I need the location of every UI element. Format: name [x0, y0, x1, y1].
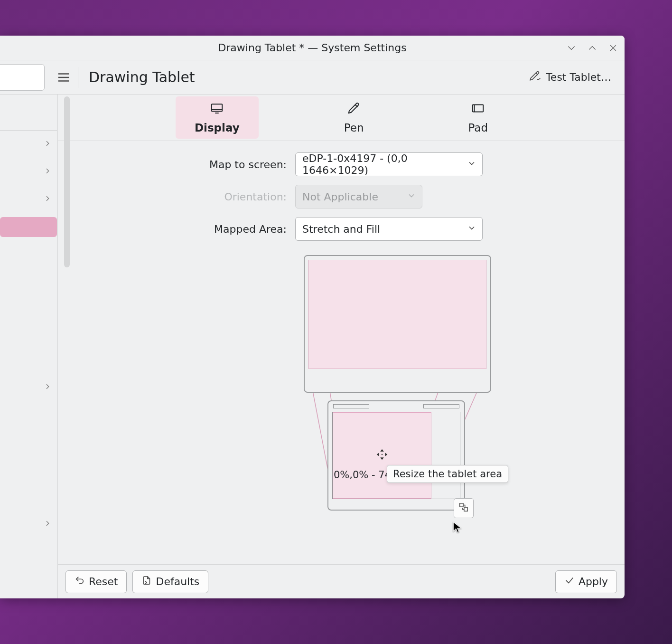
orientation-combo: Not Applicable [295, 185, 422, 208]
mapped-area-label: Mapped Area: [77, 223, 295, 235]
mapping-preview: 0%,0% - 74%×100% Resize the tablet area [304, 255, 494, 511]
orientation-value: Not Applicable [302, 191, 378, 203]
reset-label: Reset [89, 576, 118, 587]
sidebar-item[interactable] [0, 158, 57, 186]
window-title: Drawing Tablet * — System Settings [218, 42, 406, 54]
sidebar-item[interactable] [0, 131, 57, 158]
sidebar-item-active[interactable] [0, 217, 57, 237]
mapped-area-combo[interactable]: Stretch and Fill [295, 217, 483, 241]
map-to-screen-value: eDP-1-0x4197 - (0,0 1646×1029) [302, 152, 476, 176]
settings-window: Drawing Tablet * — System Settings Drawi… [0, 36, 625, 598]
map-to-screen-label: Map to screen: [77, 159, 295, 170]
header-toolbar: Drawing Tablet Test Tablet… [0, 60, 625, 95]
tab-pen[interactable]: Pen [325, 96, 383, 139]
tablet-buttons-decor [333, 404, 459, 410]
sidebar-item[interactable] [0, 374, 57, 401]
display-icon [210, 101, 224, 118]
content: Display Pen Pad Map to [58, 95, 625, 598]
pen-icon [347, 101, 361, 118]
tablet-preview: 0%,0% - 74%×100% [327, 400, 465, 511]
svg-marker-15 [380, 457, 384, 460]
tab-display[interactable]: Display [176, 96, 259, 139]
svg-marker-16 [377, 453, 379, 456]
move-icon [375, 447, 389, 464]
svg-marker-17 [385, 453, 387, 456]
row-mapped-area: Mapped Area: Stretch and Fill [77, 217, 606, 241]
svg-marker-14 [380, 449, 384, 452]
page-title: Drawing Tablet [89, 69, 195, 85]
pen-edit-icon [529, 70, 541, 85]
chevron-right-icon [44, 140, 51, 149]
resize-handle[interactable] [454, 498, 474, 518]
svg-rect-20 [464, 508, 467, 511]
svg-rect-19 [460, 503, 463, 507]
row-map-to-screen: Map to screen: eDP-1-0x4197 - (0,0 1646×… [77, 152, 606, 176]
defaults-icon [141, 575, 152, 588]
resize-icon [458, 502, 469, 514]
sidebar [0, 95, 58, 598]
titlebar: Drawing Tablet * — System Settings [0, 36, 625, 60]
form-area: Map to screen: eDP-1-0x4197 - (0,0 1646×… [58, 141, 625, 564]
apply-label: Apply [579, 576, 608, 587]
minimize-button[interactable] [565, 41, 578, 55]
pad-icon [471, 101, 485, 118]
sidebar-item[interactable] [0, 186, 57, 213]
body: Display Pen Pad Map to [0, 95, 625, 598]
tablet-mapped-area[interactable] [333, 412, 431, 499]
chevron-right-icon [44, 167, 51, 177]
check-icon [564, 575, 575, 588]
row-orientation: Orientation: Not Applicable [77, 185, 606, 208]
defaults-label: Defaults [156, 576, 199, 587]
chevron-down-icon [467, 223, 476, 235]
divider [78, 67, 78, 88]
resize-tooltip: Resize the tablet area [387, 465, 508, 483]
test-tablet-label: Test Tablet… [546, 71, 611, 83]
window-controls [565, 41, 620, 55]
tab-pad-label: Pad [468, 122, 488, 134]
svg-rect-5 [212, 104, 223, 111]
sidebar-item[interactable] [0, 511, 57, 538]
mapped-area-value: Stretch and Fill [302, 223, 380, 235]
tab-pad[interactable]: Pad [449, 96, 507, 139]
orientation-label: Orientation: [77, 191, 295, 203]
chevron-down-icon [407, 191, 416, 203]
chevron-right-icon [44, 383, 51, 392]
chevron-down-icon [467, 159, 476, 170]
footer: Reset Defaults Apply [58, 564, 625, 598]
sidebar-section [0, 95, 57, 131]
close-button[interactable] [607, 41, 620, 55]
tab-pen-label: Pen [344, 122, 364, 134]
tablet-active-surface: 0%,0% - 74%×100% [332, 412, 460, 499]
tab-bar: Display Pen Pad [58, 95, 625, 141]
screen-preview [304, 255, 491, 393]
tab-display-label: Display [195, 122, 240, 134]
defaults-button[interactable]: Defaults [132, 570, 208, 593]
test-tablet-button[interactable]: Test Tablet… [523, 66, 617, 88]
undo-icon [75, 575, 85, 588]
chevron-right-icon [44, 195, 51, 204]
reset-button[interactable]: Reset [65, 570, 127, 593]
mouse-cursor [452, 521, 463, 532]
maximize-button[interactable] [586, 41, 599, 55]
screen-mapped-region [308, 260, 486, 369]
apply-button[interactable]: Apply [555, 570, 617, 593]
chevron-right-icon [44, 520, 51, 529]
back-button[interactable] [0, 64, 45, 91]
svg-point-18 [382, 454, 383, 455]
map-to-screen-combo[interactable]: eDP-1-0x4197 - (0,0 1646×1029) [295, 152, 483, 176]
hamburger-menu[interactable] [50, 64, 77, 91]
